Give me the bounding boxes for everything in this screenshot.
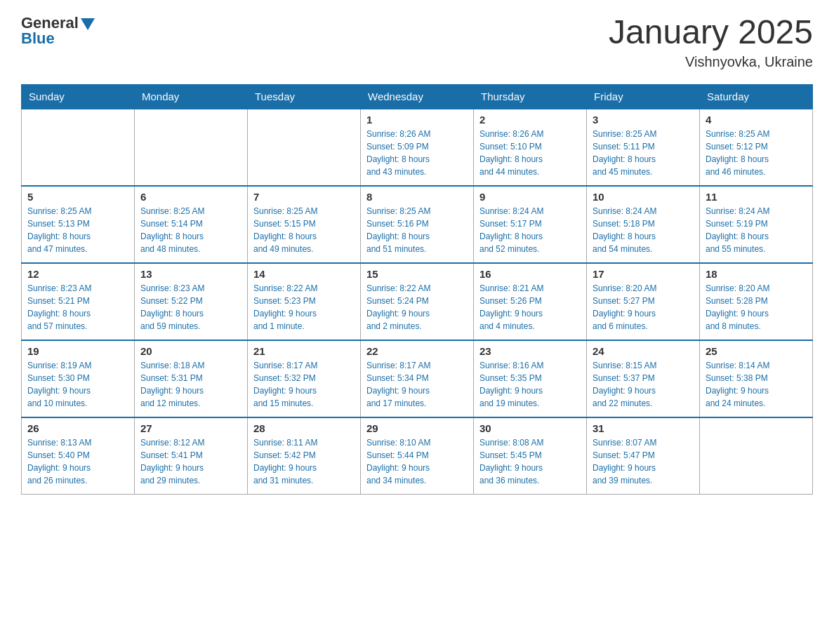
day-info: Sunrise: 8:17 AM Sunset: 5:32 PM Dayligh…	[253, 359, 355, 410]
calendar-cell: 2Sunrise: 8:26 AM Sunset: 5:10 PM Daylig…	[474, 109, 587, 186]
day-info: Sunrise: 8:20 AM Sunset: 5:27 PM Dayligh…	[593, 282, 694, 333]
calendar-cell: 14Sunrise: 8:22 AM Sunset: 5:23 PM Dayli…	[248, 263, 361, 340]
day-number: 16	[479, 268, 581, 280]
day-of-week-header: Sunday	[22, 84, 135, 109]
day-number: 1	[366, 114, 468, 126]
calendar-cell: 28Sunrise: 8:11 AM Sunset: 5:42 PM Dayli…	[248, 417, 361, 495]
day-number: 3	[593, 114, 694, 126]
calendar-cell: 12Sunrise: 8:23 AM Sunset: 5:21 PM Dayli…	[22, 263, 135, 340]
day-info: Sunrise: 8:25 AM Sunset: 5:14 PM Dayligh…	[140, 205, 241, 255]
day-number: 14	[253, 268, 355, 280]
calendar-cell: 21Sunrise: 8:17 AM Sunset: 5:32 PM Dayli…	[248, 340, 361, 417]
day-number: 15	[366, 268, 468, 280]
day-number: 24	[593, 345, 694, 357]
calendar-week-row: 12Sunrise: 8:23 AM Sunset: 5:21 PM Dayli…	[22, 263, 813, 340]
calendar-cell: 6Sunrise: 8:25 AM Sunset: 5:14 PM Daylig…	[135, 186, 248, 263]
title-block: January 2025 Vishnyovka, Ukraine	[609, 14, 813, 70]
day-number: 12	[27, 268, 128, 280]
calendar-cell: 13Sunrise: 8:23 AM Sunset: 5:22 PM Dayli…	[135, 263, 248, 340]
day-info: Sunrise: 8:24 AM Sunset: 5:18 PM Dayligh…	[593, 205, 694, 255]
logo-blue-text: Blue	[21, 29, 55, 48]
day-number: 9	[479, 191, 581, 203]
logo: General Blue	[21, 14, 95, 48]
day-of-week-header: Saturday	[700, 84, 813, 109]
calendar-cell: 7Sunrise: 8:25 AM Sunset: 5:15 PM Daylig…	[248, 186, 361, 263]
logo-triangle-icon	[81, 18, 95, 30]
calendar-cell	[135, 109, 248, 186]
day-number: 20	[140, 345, 241, 357]
day-info: Sunrise: 8:25 AM Sunset: 5:13 PM Dayligh…	[27, 205, 128, 255]
calendar-cell: 4Sunrise: 8:25 AM Sunset: 5:12 PM Daylig…	[700, 109, 813, 186]
calendar-cell: 3Sunrise: 8:25 AM Sunset: 5:11 PM Daylig…	[587, 109, 700, 186]
day-of-week-header: Friday	[587, 84, 700, 109]
day-number: 25	[706, 345, 807, 357]
calendar-table: SundayMondayTuesdayWednesdayThursdayFrid…	[21, 84, 813, 495]
day-info: Sunrise: 8:26 AM Sunset: 5:09 PM Dayligh…	[366, 128, 468, 178]
day-number: 22	[366, 345, 468, 357]
calendar-cell: 18Sunrise: 8:20 AM Sunset: 5:28 PM Dayli…	[700, 263, 813, 340]
day-info: Sunrise: 8:26 AM Sunset: 5:10 PM Dayligh…	[479, 128, 581, 178]
day-info: Sunrise: 8:25 AM Sunset: 5:15 PM Dayligh…	[253, 205, 355, 255]
calendar-cell: 19Sunrise: 8:19 AM Sunset: 5:30 PM Dayli…	[22, 340, 135, 417]
calendar-week-row: 1Sunrise: 8:26 AM Sunset: 5:09 PM Daylig…	[22, 109, 813, 186]
calendar-cell: 24Sunrise: 8:15 AM Sunset: 5:37 PM Dayli…	[587, 340, 700, 417]
day-number: 8	[366, 191, 468, 203]
day-number: 5	[27, 191, 128, 203]
day-number: 28	[253, 422, 355, 434]
day-number: 27	[140, 422, 241, 434]
day-info: Sunrise: 8:23 AM Sunset: 5:21 PM Dayligh…	[27, 282, 128, 333]
day-info: Sunrise: 8:17 AM Sunset: 5:34 PM Dayligh…	[366, 359, 468, 410]
page-header: General Blue January 2025 Vishnyovka, Uk…	[21, 14, 813, 70]
day-info: Sunrise: 8:22 AM Sunset: 5:24 PM Dayligh…	[366, 282, 468, 333]
calendar-cell: 20Sunrise: 8:18 AM Sunset: 5:31 PM Dayli…	[135, 340, 248, 417]
day-number: 23	[479, 345, 581, 357]
day-of-week-header: Thursday	[474, 84, 587, 109]
calendar-cell: 25Sunrise: 8:14 AM Sunset: 5:38 PM Dayli…	[700, 340, 813, 417]
calendar-cell	[700, 417, 813, 495]
day-number: 4	[706, 114, 807, 126]
calendar-title: January 2025	[609, 14, 813, 51]
calendar-week-row: 19Sunrise: 8:19 AM Sunset: 5:30 PM Dayli…	[22, 340, 813, 417]
day-info: Sunrise: 8:25 AM Sunset: 5:11 PM Dayligh…	[593, 128, 694, 178]
day-info: Sunrise: 8:08 AM Sunset: 5:45 PM Dayligh…	[479, 436, 581, 487]
day-info: Sunrise: 8:11 AM Sunset: 5:42 PM Dayligh…	[253, 436, 355, 487]
calendar-cell: 15Sunrise: 8:22 AM Sunset: 5:24 PM Dayli…	[361, 263, 474, 340]
calendar-subtitle: Vishnyovka, Ukraine	[609, 54, 813, 70]
day-number: 11	[706, 191, 807, 203]
day-info: Sunrise: 8:12 AM Sunset: 5:41 PM Dayligh…	[140, 436, 241, 487]
day-info: Sunrise: 8:13 AM Sunset: 5:40 PM Dayligh…	[27, 436, 128, 487]
day-number: 6	[140, 191, 241, 203]
day-number: 26	[27, 422, 128, 434]
day-number: 29	[366, 422, 468, 434]
day-info: Sunrise: 8:14 AM Sunset: 5:38 PM Dayligh…	[706, 359, 807, 410]
day-info: Sunrise: 8:07 AM Sunset: 5:47 PM Dayligh…	[593, 436, 694, 487]
day-info: Sunrise: 8:24 AM Sunset: 5:19 PM Dayligh…	[706, 205, 807, 255]
day-number: 10	[593, 191, 694, 203]
day-info: Sunrise: 8:15 AM Sunset: 5:37 PM Dayligh…	[593, 359, 694, 410]
day-info: Sunrise: 8:22 AM Sunset: 5:23 PM Dayligh…	[253, 282, 355, 333]
day-number: 31	[593, 422, 694, 434]
calendar-cell	[248, 109, 361, 186]
day-info: Sunrise: 8:18 AM Sunset: 5:31 PM Dayligh…	[140, 359, 241, 410]
calendar-cell	[22, 109, 135, 186]
calendar-cell: 29Sunrise: 8:10 AM Sunset: 5:44 PM Dayli…	[361, 417, 474, 495]
calendar-cell: 16Sunrise: 8:21 AM Sunset: 5:26 PM Dayli…	[474, 263, 587, 340]
day-of-week-header: Wednesday	[361, 84, 474, 109]
day-of-week-header: Monday	[135, 84, 248, 109]
calendar-cell: 10Sunrise: 8:24 AM Sunset: 5:18 PM Dayli…	[587, 186, 700, 263]
day-number: 2	[479, 114, 581, 126]
calendar-cell: 26Sunrise: 8:13 AM Sunset: 5:40 PM Dayli…	[22, 417, 135, 495]
calendar-cell: 30Sunrise: 8:08 AM Sunset: 5:45 PM Dayli…	[474, 417, 587, 495]
calendar-cell: 5Sunrise: 8:25 AM Sunset: 5:13 PM Daylig…	[22, 186, 135, 263]
day-info: Sunrise: 8:21 AM Sunset: 5:26 PM Dayligh…	[479, 282, 581, 333]
day-number: 7	[253, 191, 355, 203]
day-info: Sunrise: 8:10 AM Sunset: 5:44 PM Dayligh…	[366, 436, 468, 487]
day-number: 17	[593, 268, 694, 280]
calendar-cell: 22Sunrise: 8:17 AM Sunset: 5:34 PM Dayli…	[361, 340, 474, 417]
day-info: Sunrise: 8:20 AM Sunset: 5:28 PM Dayligh…	[706, 282, 807, 333]
calendar-week-row: 26Sunrise: 8:13 AM Sunset: 5:40 PM Dayli…	[22, 417, 813, 495]
day-number: 21	[253, 345, 355, 357]
day-number: 19	[27, 345, 128, 357]
calendar-cell: 1Sunrise: 8:26 AM Sunset: 5:09 PM Daylig…	[361, 109, 474, 186]
calendar-cell: 9Sunrise: 8:24 AM Sunset: 5:17 PM Daylig…	[474, 186, 587, 263]
